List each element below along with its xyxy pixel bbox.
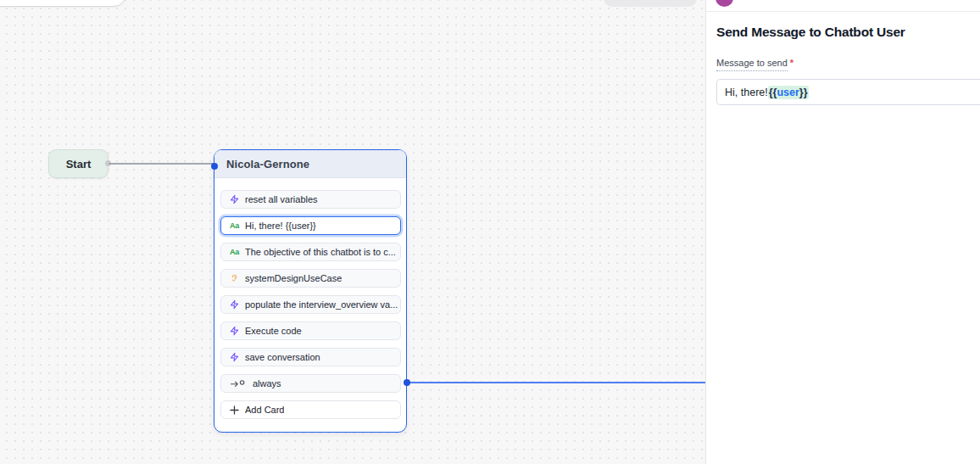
connector-wire-always [407,382,705,383]
transition-icon [229,378,246,389]
start-node[interactable]: Start [48,149,109,178]
card-reset-all-variables[interactable]: reset all variables [220,190,401,209]
card-save-conversation[interactable]: save conversation [220,348,401,366]
node-output-port[interactable] [404,379,410,386]
ear-icon [229,273,240,283]
message-text: Hi, there! [725,87,768,98]
zap-icon [229,326,240,336]
variable-open-braces: {{ [769,87,777,98]
variable-close-braces: }} [799,87,808,98]
card-objective-message[interactable]: Aa The objective of this chatbot is to c… [220,243,401,261]
plus-icon [229,405,240,415]
zap-icon [229,194,240,204]
workflow-node-title: Nicola-Gernone [226,158,309,171]
text-icon: Aa [229,248,240,256]
card-label: Hi, there! {{user}} [245,221,316,231]
message-field-label: Message to send [716,58,788,71]
card-label: always [253,378,281,389]
card-system-design-use-case[interactable]: systemDesignUseCase [220,269,401,288]
workflow-node-header[interactable]: Nicola-Gernone [214,150,406,178]
start-node-label: Start [66,158,92,171]
canvas-toolbar-partial[interactable] [0,0,127,7]
card-populate-interview-overview[interactable]: populate the interview_overview va... [220,295,401,314]
zap-icon [229,299,240,310]
variable-chip[interactable]: {{user}} [768,86,809,99]
card-label: populate the interview_overview va... [245,299,398,310]
node-input-port[interactable] [211,163,218,170]
workflow-node[interactable]: Nicola-Gernone reset all variables Aa Hi… [214,149,407,433]
message-to-send-input[interactable]: Hi, there! {{user}} [716,79,980,105]
card-label: reset all variables [245,194,318,204]
required-marker: * [790,58,793,68]
panel-divider [706,11,980,12]
card-hi-there-message[interactable]: Aa Hi, there! {{user}} [220,216,401,235]
canvas-controls-partial[interactable] [604,0,697,7]
text-icon: Aa [229,221,240,230]
card-execute-code[interactable]: Execute code [220,321,401,340]
card-label: save conversation [245,352,320,362]
add-card-button[interactable]: Add Card [220,400,401,419]
avatar[interactable] [716,0,733,7]
flow-canvas[interactable]: Start Nicola-Gernone reset all variables… [0,0,705,464]
card-transition-always[interactable]: always [220,374,401,393]
card-label: systemDesignUseCase [245,273,342,283]
panel-title: Send Message to Chatbot User [716,25,905,40]
connector-wire-start [109,163,214,165]
message-field-label-row: Message to send* [716,58,793,68]
zap-icon [229,352,240,362]
variable-name: user [777,87,799,98]
card-label: The objective of this chatbot is to c... [245,247,396,257]
card-label: Execute code [245,326,302,336]
add-card-label: Add Card [245,405,284,415]
inspector-panel: Send Message to Chatbot User Message to … [705,0,980,464]
